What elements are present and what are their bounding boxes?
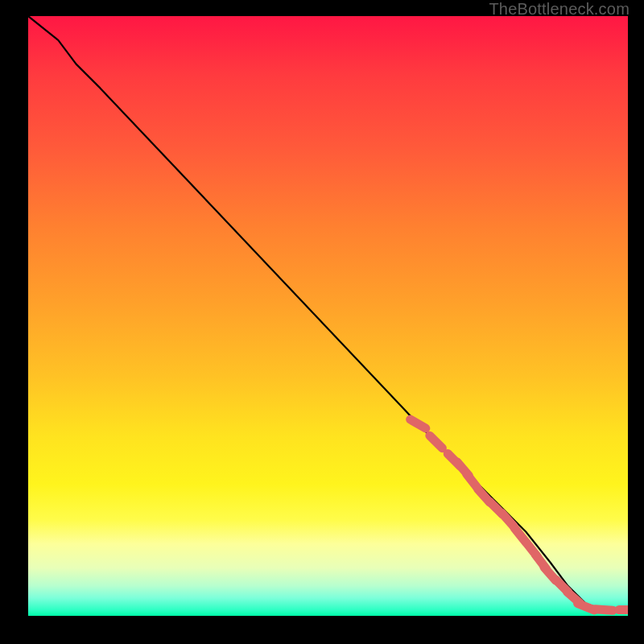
data-marker (595, 609, 613, 611)
chart-overlay (28, 16, 628, 616)
marker-layer (411, 419, 628, 614)
plot-area (28, 16, 628, 616)
curve-line (28, 16, 628, 610)
data-marker (430, 436, 443, 448)
chart-stage: TheBottleneck.com (0, 0, 644, 644)
data-marker (411, 419, 426, 428)
